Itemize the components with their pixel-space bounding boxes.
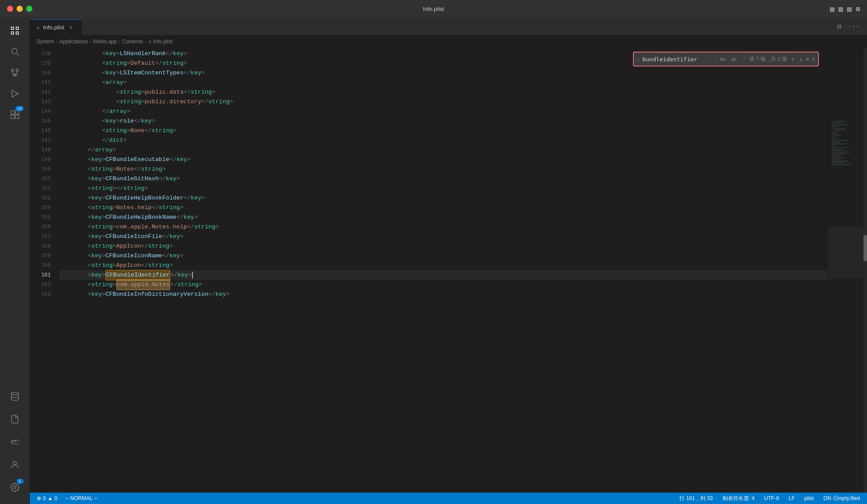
sidebar-item-settings[interactable]: 1 [5, 478, 24, 497]
status-extension[interactable]: ON ⓒmpty.filed [822, 493, 862, 504]
code-line-155[interactable]: <key>CFBundleHelpBookName</key> [59, 213, 828, 222]
code-line-158[interactable]: <string>AppIcon</string> [59, 242, 828, 251]
search-regex-toggle[interactable]: › [636, 56, 640, 62]
minimize-button[interactable] [17, 6, 23, 12]
more-actions-icon[interactable]: ··· [846, 21, 862, 32]
code-line-142[interactable]: <string>public.data</string> [59, 88, 828, 97]
sidebar-toggle-icon[interactable]: ▤ [830, 5, 834, 13]
svg-marker-5 [12, 90, 17, 98]
split-editor-icon[interactable]: ⊟ [835, 21, 843, 32]
svg-point-0 [11, 49, 17, 54]
sidebar-item-source-control[interactable] [5, 63, 24, 82]
code-content: <key>LSHandlerRank</key> <string>Default… [56, 48, 828, 493]
status-mode[interactable]: -- NORMAL -- [63, 493, 99, 504]
breadcrumb-applications[interactable]: Applications [59, 38, 88, 45]
svg-rect-15 [832, 121, 847, 122]
code-line-152[interactable]: <string></string> [59, 184, 828, 193]
minimap[interactable] [828, 48, 867, 493]
search-regex[interactable]: .* [740, 56, 746, 63]
svg-line-1 [17, 53, 19, 56]
svg-point-2 [11, 69, 14, 72]
search-close-button[interactable]: × [812, 56, 815, 63]
sidebar-item-run-debug[interactable] [5, 84, 24, 103]
sidebar-item-database[interactable] [5, 387, 24, 406]
breadcrumb-file-icon: ≡ [148, 39, 151, 44]
svg-rect-37 [832, 159, 841, 160]
code-line-159[interactable]: <key>CFBundleIconName</key> [59, 251, 828, 261]
status-bar-left: ⊗ 0 ▲ 0 -- NORMAL -- [35, 493, 99, 504]
code-line-154[interactable]: <string>Notes.help</string> [59, 203, 828, 213]
layout-icon[interactable]: ⊞ [856, 5, 860, 13]
code-line-149[interactable]: <key>CFBundleExecutable</key> [59, 155, 828, 164]
panel-right-icon[interactable]: ▤ [847, 5, 852, 13]
close-button[interactable] [7, 6, 13, 12]
search-next-button[interactable]: ↓ [798, 55, 803, 63]
line-num-148: 148 [30, 145, 51, 155]
code-line-143[interactable]: <string>public.directory</string> [59, 97, 828, 107]
code-line-161[interactable]: <key>CFBundleIdentifier</key> [59, 270, 828, 280]
line-numbers: 138 139 140 141 142 143 144 145 146 147 … [30, 48, 56, 493]
breadcrumb-info-plist[interactable]: Info.plist [153, 38, 173, 45]
code-line-146[interactable]: <string>None</string> [59, 126, 828, 136]
sidebar-item-extensions[interactable]: 13 [5, 105, 24, 124]
search-input[interactable] [643, 56, 713, 63]
sidebar-item-explorer[interactable] [5, 21, 24, 40]
status-errors: 0 [43, 495, 46, 501]
code-line-145[interactable]: <key>role</key> [59, 116, 828, 126]
status-encoding[interactable]: UTF-8 [762, 493, 781, 504]
window-controls [7, 6, 32, 12]
sidebar-item-account[interactable] [5, 455, 24, 474]
code-line-147[interactable]: </dict> [59, 136, 828, 145]
svg-rect-16 [832, 123, 843, 123]
svg-rect-7 [10, 111, 14, 114]
minimap-scrollbar-thumb[interactable] [864, 235, 867, 261]
search-options: Aa ab .* [715, 56, 747, 63]
code-line-140[interactable]: <key>LSItemContentTypes</key> [59, 68, 828, 78]
sidebar-item-search[interactable] [5, 42, 24, 61]
line-num-145: 145 [30, 116, 51, 126]
tab-close-button[interactable]: × [68, 24, 74, 32]
tab-info-plist[interactable]: ≡ Info.plist × [30, 19, 82, 35]
line-num-157: 157 [30, 232, 51, 242]
extensions-badge: 13 [15, 106, 23, 111]
svg-rect-26 [832, 140, 848, 140]
breadcrumb-contents[interactable]: Contents [122, 38, 143, 45]
code-line-160[interactable]: <string>AppIcon</string> [59, 261, 828, 270]
search-select-all-button[interactable]: ≡ [806, 56, 809, 62]
code-line-153[interactable]: <key>CFBundleHelpBookFolder</key> [59, 193, 828, 203]
sidebar-item-test[interactable] [5, 410, 24, 429]
line-num-158: 158 [30, 242, 51, 251]
breadcrumb-notes-app[interactable]: Notes.app [93, 38, 117, 45]
status-line-ending[interactable]: LF [787, 493, 797, 504]
svg-rect-33 [832, 152, 850, 153]
svg-rect-36 [832, 158, 847, 158]
git-branch-icon: ⊗ [37, 495, 41, 501]
maximize-button[interactable] [26, 6, 32, 12]
status-branch-icon[interactable]: ⊗ 0 ▲ 0 [35, 493, 59, 504]
search-result-info: 第 ? 项，共 1 项 [749, 56, 787, 63]
code-line-163[interactable]: <key>CFBundleInfoDictionaryVersion</key> [59, 290, 828, 299]
svg-rect-9 [10, 115, 14, 119]
code-editor[interactable]: 138 139 140 141 142 143 144 145 146 147 … [30, 48, 828, 493]
search-whole-word[interactable]: ab [729, 56, 738, 63]
code-line-162[interactable]: <string>com.apple.Notes</string> [59, 280, 828, 290]
status-language[interactable]: plist [803, 493, 815, 504]
code-line-157[interactable]: <key>CFBundleIconFile</key> [59, 232, 828, 242]
minimap-scrollbar[interactable] [864, 48, 867, 493]
svg-rect-17 [832, 125, 849, 125]
code-line-151[interactable]: <key>CFBundleGitHash</key> [59, 174, 828, 184]
sidebar-item-docker[interactable] [5, 432, 24, 452]
line-num-155: 155 [30, 213, 51, 222]
search-prev-button[interactable]: ↑ [790, 55, 795, 63]
code-line-156[interactable]: <string>com.apple.Notes.help</string> [59, 222, 828, 232]
code-line-148[interactable]: </array> [59, 145, 828, 155]
code-line-150[interactable]: <string>Notes</string> [59, 164, 828, 174]
svg-rect-32 [832, 150, 848, 151]
search-case-sensitive[interactable]: Aa [718, 56, 727, 63]
code-line-144[interactable]: </array> [59, 107, 828, 116]
breadcrumb-system[interactable]: System [37, 38, 54, 45]
code-line-141[interactable]: <array> [59, 78, 828, 88]
status-tab-size[interactable]: 制表符长度: 4 [721, 493, 756, 504]
panel-toggle-icon[interactable]: ▥ [839, 5, 843, 13]
status-position[interactable]: 行 161，列 33 [678, 493, 714, 504]
